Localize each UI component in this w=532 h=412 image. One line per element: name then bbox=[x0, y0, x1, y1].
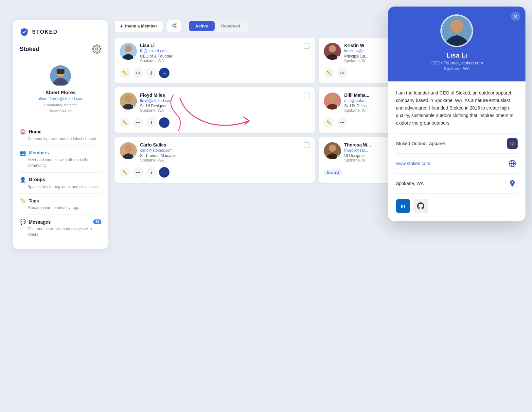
member-avatar-theresa-w bbox=[324, 142, 341, 159]
nav-groups-desc: Spaces for sharing ideas and discussion bbox=[20, 184, 101, 190]
messages-badge: 38 bbox=[93, 219, 101, 224]
member-email: floyd@stoked.com bbox=[140, 98, 300, 103]
modal-header: ✕ Lisa Li CEO / Founder, stoked.com Spok… bbox=[388, 7, 525, 81]
member-info: Floyd Miles floyd@stoked.com Sr. UI Desi… bbox=[140, 93, 300, 113]
nav-tags-desc: Manage your community tags bbox=[20, 205, 101, 211]
member-select-checkbox[interactable] bbox=[304, 142, 310, 148]
member-location: Spokane, WA bbox=[140, 158, 300, 163]
online-indicator bbox=[133, 106, 136, 109]
sidebar-item-home[interactable]: 🏠 Home Community news and the latest con… bbox=[20, 125, 101, 146]
invited-status-badge: Invited bbox=[324, 169, 342, 175]
member-actions: ✏️ ••• ℹ → bbox=[120, 68, 310, 78]
modal-location-detail: Spokane, WA bbox=[396, 181, 424, 186]
edit-member-button[interactable]: ✏️ bbox=[324, 68, 334, 78]
member-avatar-dilli-maha bbox=[324, 93, 341, 110]
briefcase-icon: 💼 bbox=[507, 138, 518, 149]
plus-icon: + bbox=[120, 23, 123, 29]
member-avatar-lisa-li bbox=[120, 43, 137, 60]
edit-member-button[interactable]: ✏️ bbox=[120, 167, 130, 178]
modal-close-button[interactable]: ✕ bbox=[511, 12, 520, 21]
tab-active[interactable]: Active bbox=[189, 21, 215, 31]
tags-icon: 🏷️ bbox=[20, 197, 26, 204]
online-indicator bbox=[133, 56, 136, 59]
svg-point-21 bbox=[329, 145, 336, 152]
member-info: Lisa Li lili@stoked.com CEO of & Founder… bbox=[140, 43, 300, 63]
member-card-floyd-miles: Floyd Miles floyd@stoked.com Sr. UI Desi… bbox=[115, 87, 315, 133]
settings-icon[interactable] bbox=[92, 44, 101, 54]
nav-messages-desc: Chat and share video messages with other… bbox=[20, 226, 101, 237]
user-email: albert_flores@stoked.com bbox=[38, 96, 83, 101]
github-button[interactable] bbox=[414, 199, 428, 213]
modal-location-row: Spokane, WA bbox=[396, 173, 518, 193]
online-indicator bbox=[133, 155, 136, 159]
svg-line-9 bbox=[173, 24, 175, 25]
more-options-button[interactable]: ••• bbox=[337, 117, 347, 128]
nav-messages-label: Messages bbox=[29, 219, 51, 225]
members-icon: 👥 bbox=[20, 150, 26, 156]
svg-point-23 bbox=[450, 20, 463, 33]
online-indicator bbox=[337, 106, 340, 109]
info-button[interactable]: ℹ bbox=[146, 68, 156, 78]
info-button[interactable]: ℹ bbox=[146, 167, 156, 178]
member-select-checkbox[interactable] bbox=[304, 43, 310, 49]
member-card-carlo-salles: Carlo Salles carlo@stoked.com Sr. Produc… bbox=[115, 137, 315, 183]
svg-point-11 bbox=[125, 45, 132, 52]
member-location: Spokane, WA bbox=[140, 59, 300, 63]
modal-user-title: CEO / Founder, stoked.com bbox=[431, 60, 483, 65]
more-options-button[interactable]: ••• bbox=[337, 68, 347, 78]
svg-point-15 bbox=[125, 95, 132, 102]
view-profile-button[interactable]: → bbox=[159, 68, 169, 78]
logo-icon bbox=[20, 27, 29, 37]
avatar bbox=[50, 65, 71, 86]
member-actions: ✏️ ••• ℹ → bbox=[120, 167, 310, 178]
member-title: Sr. UI Designer bbox=[140, 104, 300, 108]
online-indicator bbox=[337, 56, 340, 59]
member-name: Lisa Li bbox=[140, 43, 300, 48]
info-button[interactable]: ℹ bbox=[146, 117, 156, 128]
invite-member-button[interactable]: + Invite a Member bbox=[115, 20, 163, 32]
member-name: Floyd Miles bbox=[140, 93, 300, 98]
sidebar-item-messages[interactable]: 💬 Messages 38 Chat and share video messa… bbox=[20, 215, 101, 241]
edit-member-button[interactable]: ✏️ bbox=[324, 117, 334, 128]
modal-website-label[interactable]: www.stoked.com bbox=[396, 161, 430, 166]
svg-point-7 bbox=[175, 26, 176, 28]
share-button[interactable] bbox=[167, 20, 181, 32]
member-email: carlo@stoked.com bbox=[140, 148, 300, 153]
sidebar-item-tags[interactable]: 🏷️ Tags Manage your community tags bbox=[20, 194, 101, 215]
nav-tags-label: Tags bbox=[29, 198, 39, 203]
svg-point-0 bbox=[96, 48, 98, 50]
sidebar-title: Stoked bbox=[20, 46, 39, 53]
edit-member-button[interactable]: ✏️ bbox=[120, 117, 130, 128]
sidebar-item-groups[interactable]: 👤 Groups Spaces for sharing ideas and di… bbox=[20, 173, 101, 194]
member-title: CEO of & Founder bbox=[140, 54, 300, 59]
nav-home-desc: Community news and the latest content bbox=[20, 136, 101, 142]
modal-website-row: www.stoked.com bbox=[396, 153, 518, 173]
groups-icon: 👤 bbox=[20, 177, 26, 183]
more-options-button[interactable]: ••• bbox=[133, 117, 143, 128]
messages-icon: 💬 bbox=[20, 219, 26, 225]
member-card-lisa-li: Lisa Li lili@stoked.com CEO of & Founder… bbox=[115, 38, 315, 83]
user-profile: Albert Flores albert_flores@stoked.com C… bbox=[20, 60, 101, 119]
more-options-button[interactable]: ••• bbox=[133, 167, 143, 178]
svg-point-19 bbox=[125, 145, 132, 152]
modal-avatar bbox=[440, 14, 473, 47]
tab-reserved[interactable]: Reserved bbox=[215, 21, 247, 31]
sidebar-item-members[interactable]: 👥 Members Meet and connect with others i… bbox=[20, 146, 101, 173]
modal-bio: I am the founder and CEO of Stoked, an o… bbox=[396, 89, 518, 127]
edit-member-button[interactable]: ✏️ bbox=[120, 68, 130, 78]
member-avatar-carlo-salles bbox=[120, 142, 137, 159]
linkedin-button[interactable]: in bbox=[396, 199, 410, 213]
app-title: STOKED bbox=[32, 29, 58, 35]
svg-point-13 bbox=[329, 45, 336, 52]
home-icon: 🏠 bbox=[20, 129, 26, 135]
view-profile-button[interactable]: → bbox=[159, 117, 169, 128]
modal-user-location: Spokane, WA bbox=[444, 66, 470, 71]
member-select-checkbox[interactable] bbox=[304, 93, 310, 98]
nav-members-label: Members bbox=[29, 150, 49, 155]
view-profile-button[interactable]: → bbox=[159, 167, 169, 178]
more-options-button[interactable]: ••• bbox=[133, 68, 143, 78]
svg-line-8 bbox=[173, 26, 175, 27]
svg-point-5 bbox=[175, 23, 176, 25]
location-pin-icon bbox=[507, 178, 518, 189]
user-name: Albert Flores bbox=[45, 90, 76, 95]
